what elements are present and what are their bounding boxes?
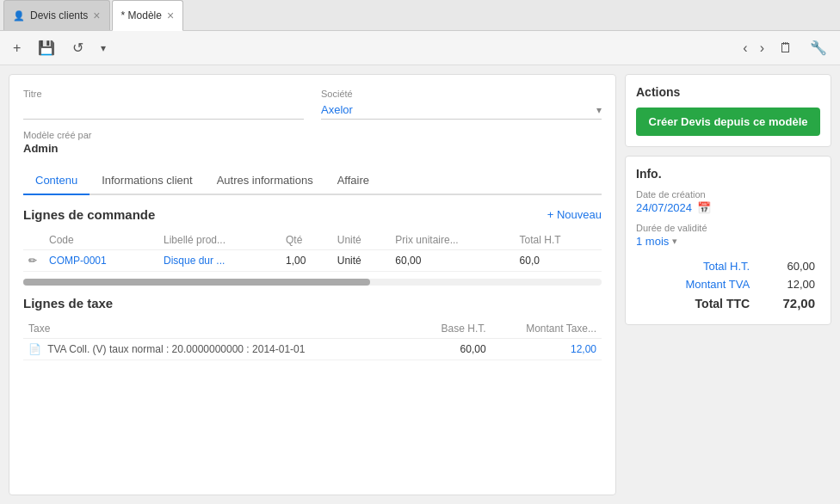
calendar-icon[interactable]: 📅	[697, 201, 711, 214]
tax-row[interactable]: 📄 TVA Coll. (V) taux normal : 20.0000000…	[23, 339, 602, 360]
order-lines-table: Code Libellé prod... Qté Unité Prix unit…	[23, 230, 602, 272]
th-qty: Qté	[281, 230, 332, 250]
dropdown-button[interactable]: ▾	[95, 39, 112, 58]
add-button[interactable]: +	[7, 37, 27, 59]
horizontal-scrollbar[interactable]	[23, 279, 602, 286]
tab-modele-label: * Modèle	[121, 9, 162, 22]
th-code: Code	[44, 230, 158, 250]
order-lines-title: Lignes de commande	[23, 207, 155, 222]
total-ttc-label: Total TTC	[638, 294, 753, 312]
duree-validite-label: Durée de validité	[636, 223, 820, 233]
info-box: Info. Date de création 24/07/2024 📅 Duré…	[625, 156, 831, 325]
tab-bar: 👤 Devis clients × * Modèle ×	[0, 0, 840, 31]
nav-next[interactable]: ›	[757, 39, 768, 58]
cell-base: 60,00	[416, 339, 491, 360]
total-ht-label: Total H.T.	[638, 258, 753, 274]
toolbar: + 💾 ↺ ▾ ‹ › 🗒 🔧	[0, 31, 840, 65]
societe-dropdown-arrow[interactable]: ▾	[596, 104, 602, 116]
date-creation-label: Date de création	[636, 189, 820, 200]
tab-devis-clients-close[interactable]: ×	[93, 9, 100, 22]
form-row-titre-societe: Titre Société Axelor ▾	[23, 89, 602, 120]
societe-label: Société	[321, 89, 602, 99]
new-order-line-button[interactable]: + Nouveau	[547, 208, 602, 221]
cell-libelle[interactable]: Disque dur ...	[158, 250, 281, 272]
tax-lines-header: Lignes de taxe	[23, 296, 602, 310]
order-lines-header: Lignes de commande + Nouveau	[23, 207, 602, 222]
tax-lines-title: Lignes de taxe	[23, 296, 113, 310]
total-ht-value: 60,00	[755, 258, 818, 274]
cell-total: 60,0	[515, 250, 602, 272]
form-card: Titre Société Axelor ▾ Modèle créé par A…	[9, 74, 616, 495]
tax-lines-table: Taxe Base H.T. Montant Taxe... 📄 TVA Col…	[23, 319, 602, 360]
tab-devis-clients[interactable]: 👤 Devis clients ×	[3, 0, 110, 30]
totals-table: Total H.T. 60,00 Montant TVA 12,00 Total…	[636, 256, 820, 314]
tab-autres-informations[interactable]: Autres informations	[205, 167, 325, 195]
edit-icon[interactable]: ✏	[28, 255, 37, 267]
date-creation-text: 24/07/2024	[636, 201, 692, 214]
save-button[interactable]: 💾	[32, 36, 61, 59]
montant-tva-row: Montant TVA 12,00	[638, 276, 818, 292]
th-montant-taxe: Montant Taxe...	[491, 319, 602, 339]
titre-input[interactable]	[23, 101, 304, 120]
cell-tax-name: TVA Coll. (V) taux normal : 20.000000000…	[47, 343, 305, 355]
total-ttc-value: 72,00	[755, 294, 818, 312]
duree-validite-select[interactable]: 1 mois ▾	[636, 235, 820, 248]
table-row[interactable]: ✏ COMP-0001 Disque dur ... 1,00 Unité 60…	[23, 250, 602, 272]
cell-unite: Unité	[332, 250, 391, 272]
th-base: Base H.T.	[416, 319, 491, 339]
th-prix: Prix unitaire...	[390, 230, 514, 250]
th-total: Total H.T	[515, 230, 602, 250]
created-by-section: Modèle créé par Admin	[23, 130, 602, 155]
cell-prix: 60,00	[390, 250, 514, 272]
form-group-titre: Titre	[23, 89, 304, 120]
right-panel: Actions Créer Devis depuis ce modèle Inf…	[625, 74, 831, 495]
tab-contenu[interactable]: Contenu	[23, 167, 90, 195]
tax-doc-icon: 📄	[28, 343, 41, 355]
cell-code[interactable]: COMP-0001	[44, 250, 158, 272]
th-edit	[23, 230, 44, 250]
scroll-thumb[interactable]	[23, 279, 370, 286]
total-ttc-row: Total TTC 72,00	[638, 294, 818, 312]
cell-montant-taxe: 12,00	[491, 339, 602, 360]
actions-box: Actions Créer Devis depuis ce modèle	[625, 74, 831, 147]
societe-select-container[interactable]: Axelor ▾	[321, 101, 602, 120]
doc-button[interactable]: 🗒	[773, 37, 799, 59]
duree-validite-field: Durée de validité 1 mois ▾	[636, 223, 820, 248]
tab-devis-clients-label: Devis clients	[30, 9, 88, 22]
date-creation-value: 24/07/2024 📅	[636, 201, 820, 214]
montant-tva-value: 12,00	[755, 276, 818, 292]
duree-validite-arrow[interactable]: ▾	[672, 236, 677, 247]
main-area: Titre Société Axelor ▾ Modèle créé par A…	[0, 65, 840, 504]
date-creation-field: Date de création 24/07/2024 📅	[636, 189, 820, 214]
created-by-value: Admin	[23, 142, 602, 155]
montant-tva-label: Montant TVA	[638, 276, 753, 292]
tab-modele-close[interactable]: ×	[167, 9, 174, 22]
create-devis-button[interactable]: Créer Devis depuis ce modèle	[636, 108, 820, 136]
titre-label: Titre	[23, 89, 304, 99]
info-title: Info.	[636, 167, 820, 181]
th-unite: Unité	[332, 230, 391, 250]
tab-informations-client[interactable]: Informations client	[90, 167, 205, 195]
user-icon: 👤	[13, 10, 25, 22]
total-ht-row: Total H.T. 60,00	[638, 258, 818, 274]
nav-prev[interactable]: ‹	[739, 39, 750, 58]
toolbar-left: + 💾 ↺ ▾	[7, 36, 112, 59]
refresh-button[interactable]: ↺	[66, 36, 90, 59]
content-tabs: Contenu Informations client Autres infor…	[23, 167, 602, 195]
tab-affaire[interactable]: Affaire	[325, 167, 381, 195]
created-by-label: Modèle créé par	[23, 130, 602, 140]
duree-validite-value: 1 mois	[636, 235, 669, 248]
actions-title: Actions	[636, 85, 820, 99]
societe-value: Axelor	[321, 101, 596, 119]
cell-qty: 1,00	[281, 250, 332, 272]
th-taxe: Taxe	[23, 319, 416, 339]
settings-button[interactable]: 🔧	[804, 36, 833, 59]
toolbar-right: ‹ › 🗒 🔧	[739, 36, 833, 59]
tab-modele[interactable]: * Modèle ×	[112, 0, 184, 31]
th-libelle: Libellé prod...	[158, 230, 281, 250]
form-group-societe: Société Axelor ▾	[321, 89, 602, 120]
